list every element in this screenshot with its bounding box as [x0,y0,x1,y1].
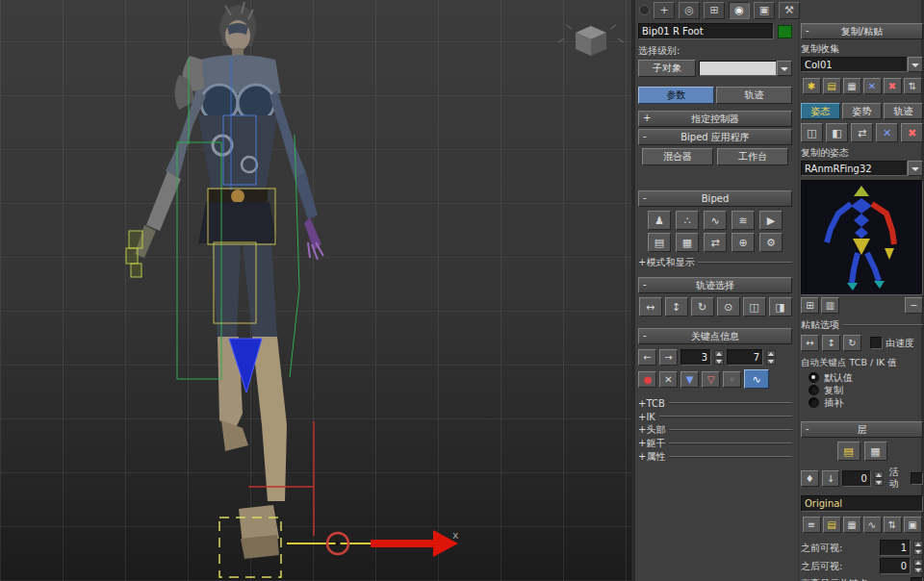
key-number-spinner[interactable] [714,350,724,365]
subobject-button[interactable]: 子对象 [638,60,696,77]
tab-modify[interactable]: ◎ [679,2,700,19]
rollout-copy-paste[interactable]: - 复制/粘贴 [801,23,923,39]
layer-select-button[interactable]: ▣ [904,517,922,533]
paste-horizontal-button[interactable]: ↔ [801,335,819,351]
collection-combo[interactable]: Col01 [801,57,923,72]
visible-after-field[interactable]: 0 [880,558,911,574]
chevron-down-icon[interactable] [908,57,923,72]
visible-after-spinner[interactable] [913,559,923,573]
rollout-layers[interactable]: - 层 [801,421,923,438]
new-collection-button[interactable]: ✱ [803,78,821,94]
layer-index-spinner[interactable] [874,471,884,486]
tab-display[interactable]: ▣ [754,2,775,19]
set-sliding-key-button[interactable]: ▽ [702,371,720,388]
trajectories-toggle[interactable]: ∿ [744,369,769,389]
viewport[interactable]: x [0,0,635,581]
frame-number-field[interactable]: 7 [727,349,763,366]
active-checkbox[interactable] [911,472,923,485]
layer-index-field[interactable]: 0 [842,470,871,487]
collapse-layer-button[interactable]: ▦ [843,517,861,533]
mixer-button[interactable]: 混合器 [642,148,713,165]
symmetrical-button[interactable]: ◫ [743,297,766,316]
visible-before-field[interactable]: 1 [880,540,911,556]
character-model[interactable] [135,2,323,559]
preview-extents-button[interactable]: ⊞ [801,297,819,314]
object-color-swatch[interactable] [778,25,792,38]
body-rotation-button[interactable]: ↻ [691,297,714,316]
parameters-button[interactable]: 参数 [638,87,714,104]
layer-updown-button[interactable]: ⇅ [884,517,902,533]
rollout-assign-controller[interactable]: + 指定控制器 [638,111,792,127]
tab-track[interactable]: 轨迹 [884,103,923,119]
activate-layer-button[interactable]: ▤ [823,517,841,533]
radio-interpolated[interactable] [808,397,819,408]
tab-posture[interactable]: 姿态 [801,103,840,119]
open-collection-button[interactable]: ▤ [823,78,841,94]
biped-playback-button[interactable]: ▶ [759,211,783,230]
highlight-keys-checkbox[interactable] [911,577,923,581]
copy-posture-button[interactable]: ◫ [801,123,823,142]
load-preferences-button[interactable]: ⇅ [904,78,922,94]
set-free-key-button[interactable]: ◦ [723,371,741,388]
radio-default[interactable] [808,372,819,383]
lock-com-button[interactable]: ⊙ [717,297,740,316]
snap-set-key-button[interactable]: ≡ [803,517,821,533]
chevron-down-icon[interactable] [908,161,923,176]
visible-before-spinner[interactable] [913,541,923,555]
trajectories-button[interactable]: 轨迹 [716,87,792,104]
paste-posture-button[interactable]: ◧ [826,123,848,142]
footstep-mode-button[interactable]: ∴ [676,211,699,230]
object-name-field[interactable]: Bip01 R Foot [638,23,774,39]
paste-vertical-button[interactable]: ↕ [822,335,840,351]
chevron-down-icon[interactable] [777,61,792,76]
mixer-mode-button[interactable]: ≋ [732,211,755,230]
tab-hierarchy[interactable]: ⊞ [704,2,725,19]
key-number-field[interactable]: 3 [680,349,711,366]
delete-all-collections-button[interactable]: ✖ [884,78,902,94]
tab-utilities[interactable]: ⚒ [779,2,800,19]
preview-display-button[interactable]: ▥ [821,297,839,314]
head-expander[interactable]: +头部 [638,423,792,437]
tcb-expander[interactable]: +TCB [638,396,792,410]
set-planted-key-button[interactable]: ▼ [680,371,699,388]
body-vertical-button[interactable]: ↕ [665,297,688,316]
delete-collection-button[interactable]: ✕ [863,78,882,94]
posture-preview[interactable] [801,180,923,295]
delete-layer-button[interactable]: ▦ [864,442,887,461]
delete-key-button[interactable]: ✕ [659,371,678,388]
helper-cube[interactable] [558,25,624,56]
preview-collapse-button[interactable]: − [905,297,923,314]
paste-opposite-button[interactable]: ⇄ [851,123,873,142]
next-key-button[interactable]: → [659,349,678,366]
paste-rotation-button[interactable]: ↻ [843,335,861,351]
motion-flow-mode-button[interactable]: ∿ [704,211,727,230]
body-horizontal-button[interactable]: ↔ [639,297,662,316]
frame-number-spinner[interactable] [766,350,776,365]
panel-menu-icon[interactable] [639,5,650,15]
rollout-key-info[interactable]: - 关键点信息 [638,328,792,344]
load-file-button[interactable]: ▤ [648,233,671,252]
tab-motion[interactable]: ◉ [729,2,750,19]
x-axis-arrow[interactable] [371,530,458,557]
subobject-combo[interactable] [699,61,792,76]
modes-display-expander[interactable]: +模式和显示 [638,256,792,269]
properties-expander[interactable]: +属性 [638,450,792,464]
rollout-biped-apps[interactable]: - Biped 应用程序 [638,129,792,145]
previous-key-button[interactable]: ← [638,349,656,366]
biped-settings-button[interactable]: ⚙ [759,233,783,252]
ik-expander[interactable]: +IK [638,410,792,423]
posture-combo[interactable]: RAnmRFing32 [801,161,923,176]
by-velocity-checkbox[interactable] [870,337,883,349]
create-layer-button[interactable]: ▤ [837,442,860,461]
save-collection-button[interactable]: ▦ [843,78,861,94]
layer-name-field[interactable]: Original [801,495,923,512]
move-all-mode-button[interactable]: ⊕ [732,233,755,252]
opposite-button[interactable]: ◨ [769,297,792,316]
tab-pose[interactable]: 姿势 [842,103,882,119]
convert-button[interactable]: ⇄ [704,233,727,252]
figure-mode-button[interactable]: ♟ [648,211,671,230]
body-expander[interactable]: +躯干 [638,437,792,450]
layer-curve-button[interactable]: ∿ [863,517,882,533]
radio-copied[interactable] [808,385,819,395]
set-key-button[interactable]: ● [638,371,656,388]
